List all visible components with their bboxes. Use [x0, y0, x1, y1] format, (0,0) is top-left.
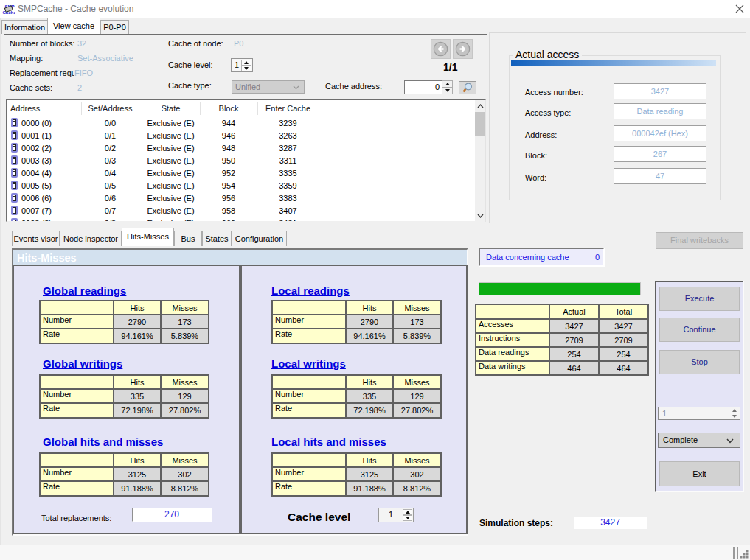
svg-text:Cache: Cache: [3, 10, 15, 15]
